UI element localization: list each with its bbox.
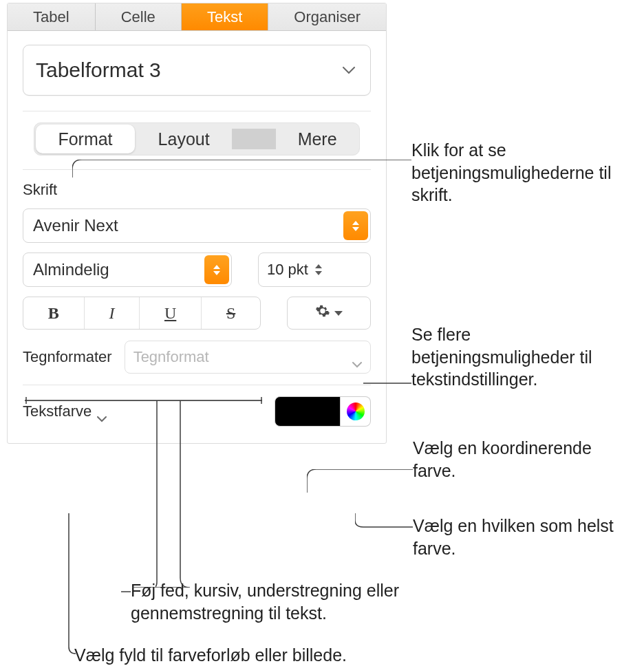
seg-divider xyxy=(232,129,276,149)
callout-format-tab: Klik for at se betjeningsmulighederne ti… xyxy=(411,139,632,206)
strikethrough-button[interactable]: S xyxy=(202,297,260,329)
paragraph-style-label: Tabelformat 3 xyxy=(36,58,161,82)
arrow-up-icon xyxy=(213,265,220,269)
tab-celle[interactable]: Celle xyxy=(96,3,181,30)
character-styles-label: Tegnformater xyxy=(23,348,112,366)
color-wheel-icon xyxy=(347,402,365,420)
color-controls xyxy=(275,396,371,427)
divider xyxy=(23,111,371,111)
color-picker-button[interactable] xyxy=(341,396,371,427)
typeface-label: Almindelig xyxy=(23,260,202,279)
arrow-down-icon xyxy=(352,227,359,231)
font-size-field[interactable]: 10 pkt xyxy=(258,253,371,287)
font-size-value: 10 pkt xyxy=(267,261,308,279)
callout-gear: Se flere betjeningsmuligheder til teksti… xyxy=(411,323,632,391)
font-family-stepper[interactable] xyxy=(343,211,368,240)
chevron-down-icon xyxy=(343,67,355,74)
callout-wheel: Vælg en hvilken som helst farve. xyxy=(413,515,633,559)
subtab-mere[interactable]: Mere xyxy=(276,123,359,155)
font-family-dropdown[interactable]: Avenir Next xyxy=(23,208,371,243)
character-style-dropdown[interactable]: Tegnformat xyxy=(125,341,371,374)
typeface-dropdown[interactable]: Almindelig xyxy=(23,253,232,287)
underline-button[interactable]: U xyxy=(140,297,202,329)
arrow-down-icon xyxy=(213,271,220,275)
callout-textcolor: Vælg fyld til farveforløb eller billede. xyxy=(74,644,460,666)
chevron-down-icon xyxy=(334,311,343,316)
chevron-down-icon xyxy=(352,354,362,361)
italic-button[interactable]: I xyxy=(85,297,140,329)
stepper-down-icon xyxy=(315,271,322,275)
stepper-up-icon xyxy=(315,264,322,268)
inspector-panel: Tabel Celle Tekst Organiser Tabelformat … xyxy=(7,3,387,444)
tab-tabel[interactable]: Tabel xyxy=(8,3,95,30)
top-tab-bar: Tabel Celle Tekst Organiser xyxy=(8,3,386,31)
character-style-placeholder: Tegnformat xyxy=(133,348,209,366)
divider xyxy=(23,385,371,385)
font-size-stepper[interactable] xyxy=(312,264,325,275)
bold-button[interactable]: B xyxy=(23,297,85,329)
font-family-label: Avenir Next xyxy=(23,216,341,235)
text-style-segmented: B I U S xyxy=(23,297,261,330)
typeface-stepper[interactable] xyxy=(204,255,229,284)
tab-organiser[interactable]: Organiser xyxy=(268,3,386,30)
subtab-format[interactable]: Format xyxy=(36,125,134,153)
tab-tekst[interactable]: Tekst xyxy=(182,3,268,30)
subtab-layout[interactable]: Layout xyxy=(136,123,232,155)
gear-icon xyxy=(315,303,330,323)
subtab-segmented-control: Format Layout Mere xyxy=(23,122,371,155)
color-well[interactable] xyxy=(275,396,341,427)
callout-swatch: Vælg en koordinerende farve. xyxy=(413,437,633,482)
advanced-options-button[interactable] xyxy=(287,297,371,330)
arrow-up-icon xyxy=(352,221,359,225)
paragraph-style-dropdown[interactable]: Tabelformat 3 xyxy=(23,45,371,96)
panel-body: Tabelformat 3 Format Layout Mere Skrift … xyxy=(8,31,386,443)
